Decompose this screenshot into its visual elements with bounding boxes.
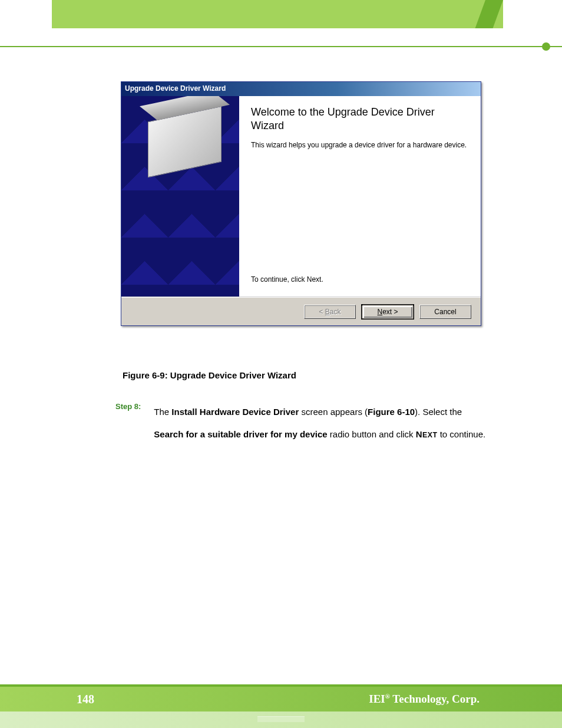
back-mnemonic: B xyxy=(325,308,330,316)
step-body: The Install Hardware Device Driver scree… xyxy=(154,401,491,445)
next-mnemonic: N xyxy=(377,308,382,316)
step-t3: ). Select the xyxy=(415,407,462,417)
footer-notch xyxy=(257,716,305,722)
dialog-sidebar-art xyxy=(121,96,239,297)
figure-caption: Figure 6-9: Upgrade Device Driver Wizard xyxy=(123,370,296,380)
next-button[interactable]: Next > xyxy=(362,305,414,319)
header-right-gap xyxy=(503,0,562,28)
page-header-band xyxy=(0,0,562,28)
cancel-button[interactable]: Cancel xyxy=(419,305,471,319)
wizard-dialog: Upgrade Device Driver Wizard Welcome to … xyxy=(121,81,481,326)
back-prefix: < xyxy=(319,308,325,316)
back-rest: ack xyxy=(330,308,341,316)
step-t1: The xyxy=(154,407,171,417)
header-rule-dot xyxy=(542,42,550,51)
back-button[interactable]: < Back xyxy=(304,305,356,319)
dialog-content: Welcome to the Upgrade Device Driver Wiz… xyxy=(239,96,481,297)
dialog-heading: Welcome to the Upgrade Device Driver Wiz… xyxy=(251,106,469,132)
sc-ext: EXT xyxy=(422,431,437,439)
next-rest: ext > xyxy=(382,308,398,316)
step-next-smallcaps: NEXT xyxy=(416,429,438,439)
corp-prefix: IEI xyxy=(369,693,385,705)
sc-n: N xyxy=(416,429,422,439)
step-label: Step 8: xyxy=(115,401,141,445)
step-t2: screen appears ( xyxy=(299,407,368,417)
dialog-continue-hint: To continue, click Next. xyxy=(251,275,469,289)
corp-suffix: Technology, Corp. xyxy=(390,693,480,705)
header-rule xyxy=(0,46,562,47)
dialog-description: This wizard helps you upgrade a device d… xyxy=(251,140,469,150)
footer-bar: 148 IEI® Technology, Corp. xyxy=(0,687,562,711)
step-instruction: Step 8: The Install Hardware Device Driv… xyxy=(115,401,491,445)
step-t4: radio button and click xyxy=(328,429,416,439)
dialog-titlebar: Upgrade Device Driver Wizard xyxy=(121,82,481,96)
footer-pale-band xyxy=(0,711,562,728)
step-t5: to continue. xyxy=(438,429,486,439)
step-b2: Figure 6-10 xyxy=(368,407,415,417)
dialog-body: Welcome to the Upgrade Device Driver Wiz… xyxy=(121,96,481,297)
header-notch xyxy=(475,0,503,28)
footer-corp: IEI® Technology, Corp. xyxy=(369,693,480,706)
dialog-button-row: < Back Next > Cancel xyxy=(121,297,481,325)
step-b1: Install Hardware Device Driver xyxy=(171,407,299,417)
step-b3: Search for a suitable driver for my devi… xyxy=(154,429,327,439)
corp-reg: ® xyxy=(385,693,390,700)
page-number: 148 xyxy=(77,693,94,706)
